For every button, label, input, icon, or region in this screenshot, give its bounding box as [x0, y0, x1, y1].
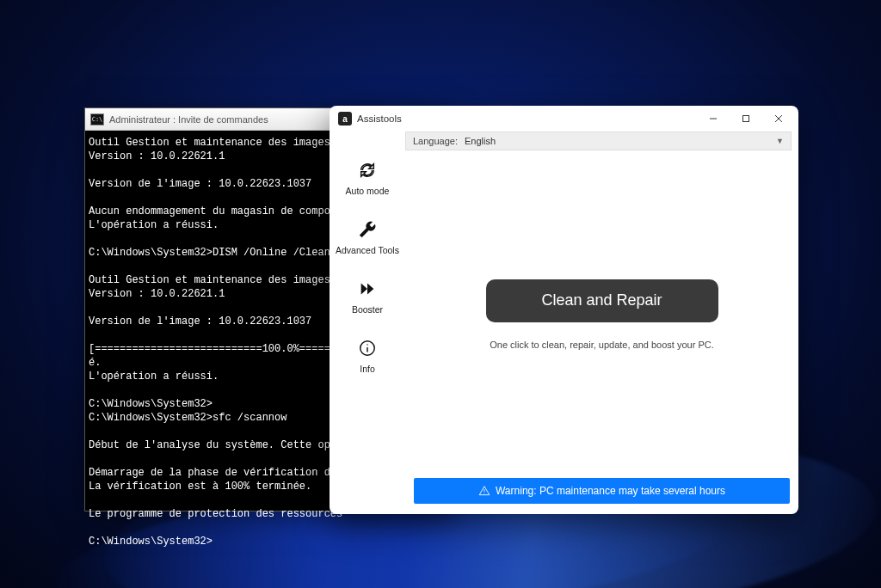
sidebar-item-auto-mode[interactable]: Auto mode — [346, 161, 390, 196]
wrench-icon — [358, 220, 377, 239]
sidebar-item-info[interactable]: Info — [358, 339, 377, 374]
svg-point-8 — [484, 493, 485, 493]
minimize-button[interactable] — [697, 106, 730, 132]
app-body: Auto mode Advanced Tools Booster Info — [330, 132, 798, 514]
refresh-icon — [358, 161, 377, 180]
sidebar: Auto mode Advanced Tools Booster Info — [330, 132, 405, 514]
language-label: Language: — [413, 136, 458, 146]
clean-repair-button[interactable]: Clean and Repair — [486, 279, 718, 322]
main-pane: Language: English ▼ Clean and Repair One… — [405, 132, 798, 514]
center-area: Clean and Repair One click to clean, rep… — [405, 150, 798, 478]
chevron-down-icon: ▼ — [776, 137, 784, 145]
maximize-icon — [742, 114, 750, 123]
app-title: Assistools — [357, 113, 697, 124]
language-value: English — [465, 136, 776, 146]
sidebar-item-advanced-tools[interactable]: Advanced Tools — [336, 220, 399, 255]
assistools-window: a Assistools Auto mode — [330, 106, 798, 514]
svg-rect-1 — [743, 116, 749, 122]
sidebar-label: Auto mode — [346, 186, 390, 196]
warning-text: Warning: PC maintenance may take several… — [496, 485, 725, 497]
close-icon — [774, 114, 783, 123]
sidebar-label: Info — [360, 364, 375, 374]
fast-forward-icon — [358, 279, 377, 298]
app-titlebar[interactable]: a Assistools — [330, 106, 798, 132]
window-controls — [697, 106, 795, 132]
minimize-icon — [709, 114, 718, 123]
app-logo-icon: a — [338, 112, 352, 126]
cmd-icon: C:\ — [90, 113, 104, 126]
svg-point-6 — [367, 344, 367, 345]
info-icon — [358, 339, 377, 358]
sidebar-item-booster[interactable]: Booster — [352, 279, 383, 315]
cmd-title: Administrateur : Invite de commandes — [109, 114, 268, 125]
tagline-text: One click to clean, repair, update, and … — [490, 340, 713, 350]
maximize-button[interactable] — [730, 106, 762, 132]
warning-bar[interactable]: Warning: PC maintenance may take several… — [414, 478, 790, 504]
sidebar-label: Booster — [352, 304, 383, 315]
warning-icon — [478, 485, 490, 497]
language-selector[interactable]: Language: English ▼ — [405, 132, 792, 150]
sidebar-label: Advanced Tools — [336, 245, 399, 255]
close-button[interactable] — [762, 106, 795, 132]
